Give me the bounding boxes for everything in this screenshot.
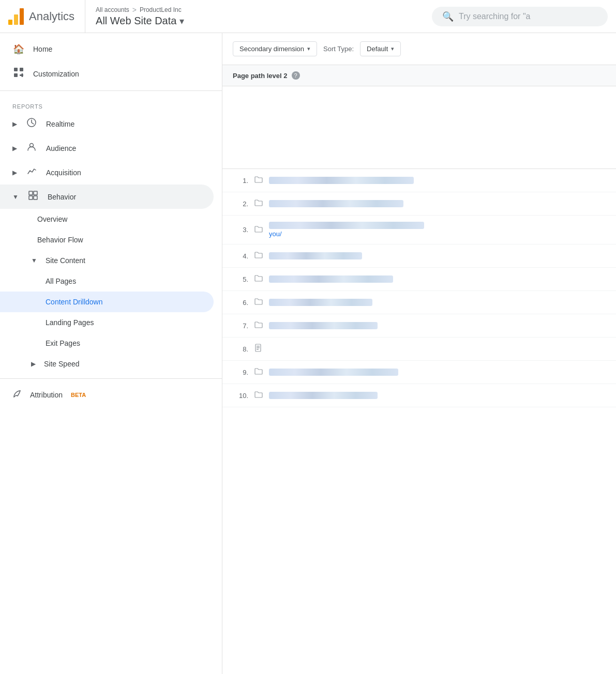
- svg-rect-2: [14, 73, 18, 77]
- sidebar-item-attribution[interactable]: Attribution BETA: [0, 383, 214, 406]
- sidebar-item-site-speed[interactable]: ▶ Site Speed: [0, 354, 214, 374]
- folder-icon: [254, 297, 263, 308]
- sidebar-divider-2: [0, 378, 222, 379]
- table-row[interactable]: 5.: [222, 268, 616, 291]
- row-number: 6.: [233, 299, 248, 307]
- sidebar-item-acquisition[interactable]: ▶ Acquisition: [0, 160, 214, 185]
- table-row[interactable]: 8.: [222, 338, 616, 361]
- behavior-expand-icon: ▼: [12, 193, 19, 201]
- breadcrumb-all-accounts[interactable]: All accounts: [96, 6, 129, 13]
- sidebar-item-content-drilldown[interactable]: Content Drilldown: [0, 292, 214, 312]
- secondary-dimension-label: Secondary dimension: [239, 45, 304, 53]
- help-icon[interactable]: ?: [292, 71, 300, 80]
- account-selector-label: All Web Site Data: [96, 15, 176, 27]
- table-row[interactable]: 4.: [222, 244, 616, 268]
- sort-default-label: Default: [367, 45, 388, 53]
- sidebar-item-audience[interactable]: ▶ Audience: [0, 136, 214, 160]
- app-title: Analytics: [29, 10, 74, 23]
- sidebar-item-behavior[interactable]: ▼ Behavior: [0, 185, 214, 209]
- acquisition-icon: [25, 166, 38, 178]
- sidebar-label-behavior: Behavior: [48, 193, 76, 201]
- sidebar-label-landing-pages: Landing Pages: [46, 318, 94, 327]
- sidebar-item-realtime[interactable]: ▶ Realtime: [0, 112, 214, 136]
- sidebar-item-customization[interactable]: Customization: [0, 61, 214, 86]
- row-3-content: you/: [269, 222, 424, 238]
- row-content-blurred: [269, 299, 372, 306]
- sort-default-button[interactable]: Default ▾: [360, 41, 401, 56]
- sidebar-item-all-pages[interactable]: All Pages: [0, 271, 214, 292]
- secondary-dimension-button[interactable]: Secondary dimension ▾: [233, 41, 317, 56]
- row-content-blurred: [269, 392, 378, 399]
- svg-rect-1: [20, 68, 23, 71]
- audience-icon: [25, 142, 38, 154]
- folder-icon: [254, 251, 263, 261]
- row-content-blurred: [269, 222, 424, 229]
- attribution-icon: [12, 389, 22, 400]
- folder-icon: [254, 367, 263, 377]
- svg-rect-10: [34, 196, 37, 200]
- row-number: 4.: [233, 252, 248, 260]
- row-number: 10.: [233, 392, 248, 400]
- account-chevron-icon: ▾: [179, 16, 184, 27]
- breadcrumb-separator: >: [132, 6, 137, 14]
- sidebar-item-behavior-flow[interactable]: Behavior Flow: [0, 229, 214, 250]
- audience-expand-icon: ▶: [12, 145, 17, 152]
- search-icon: 🔍: [442, 11, 454, 22]
- table-row[interactable]: 7.: [222, 314, 616, 338]
- sidebar-label-attribution: Attribution: [30, 391, 63, 399]
- sidebar-item-overview[interactable]: Overview: [0, 209, 214, 229]
- table-row[interactable]: 9.: [222, 361, 616, 384]
- row-content-blurred: [269, 252, 362, 259]
- table-row[interactable]: 3. you/: [222, 216, 616, 244]
- chart-area: [222, 86, 616, 169]
- sidebar-label-all-pages: All Pages: [46, 277, 76, 285]
- row-content-blurred: [269, 177, 414, 184]
- sidebar-label-customization: Customization: [33, 70, 79, 78]
- table-row[interactable]: 6.: [222, 291, 616, 314]
- folder-icon: [254, 320, 263, 331]
- sidebar: 🏠 Home Customization REPORTS ▶: [0, 33, 222, 674]
- svg-rect-8: [34, 191, 37, 195]
- row-number: 5.: [233, 275, 248, 283]
- sort-type-label: Sort Type:: [323, 45, 354, 53]
- app-header: Analytics All accounts > ProductLed Inc …: [0, 0, 616, 33]
- svg-rect-4: [22, 73, 23, 77]
- sort-chevron-icon: ▾: [391, 45, 394, 52]
- sidebar-label-acquisition: Acquisition: [46, 168, 81, 177]
- table-column-header: Page path level 2: [233, 72, 288, 80]
- realtime-icon: [25, 118, 38, 130]
- sidebar-label-audience: Audience: [46, 144, 76, 152]
- content-area: Secondary dimension ▾ Sort Type: Default…: [222, 33, 616, 674]
- search-bar[interactable]: 🔍 Try searching for "a: [432, 7, 608, 26]
- page-icon: [254, 344, 263, 354]
- secondary-dimension-chevron-icon: ▾: [307, 45, 310, 52]
- svg-rect-7: [29, 191, 33, 195]
- sidebar-item-home[interactable]: 🏠 Home: [0, 37, 214, 61]
- table-row[interactable]: 10.: [222, 384, 616, 407]
- folder-icon: [254, 198, 263, 209]
- row-content-blurred: [269, 275, 393, 283]
- sidebar-label-behavior-flow: Behavior Flow: [37, 236, 83, 244]
- table-row[interactable]: 1.: [222, 169, 616, 192]
- row-number: 3.: [233, 226, 248, 234]
- svg-rect-13: [257, 347, 260, 348]
- sidebar-item-exit-pages[interactable]: Exit Pages: [0, 333, 214, 354]
- table-row[interactable]: 2.: [222, 192, 616, 216]
- account-selector-button[interactable]: All Web Site Data ▾: [96, 15, 422, 27]
- row-number: 7.: [233, 322, 248, 330]
- customization-icon: [12, 67, 25, 80]
- sidebar-label-site-content: Site Content: [46, 256, 85, 265]
- row-number: 1.: [233, 177, 248, 185]
- row-content-blurred: [269, 322, 378, 329]
- folder-icon: [254, 390, 263, 401]
- row-3-link[interactable]: you/: [269, 230, 424, 238]
- svg-rect-14: [257, 349, 259, 350]
- sidebar-label-overview: Overview: [37, 215, 67, 223]
- sidebar-item-landing-pages[interactable]: Landing Pages: [0, 312, 214, 333]
- row-number: 8.: [233, 345, 248, 353]
- sidebar-item-site-content[interactable]: ▼ Site Content: [0, 250, 214, 271]
- row-number: 9.: [233, 369, 248, 376]
- table-header: Page path level 2 ?: [222, 65, 616, 86]
- svg-rect-0: [14, 68, 18, 71]
- row-content-blurred: [269, 200, 403, 207]
